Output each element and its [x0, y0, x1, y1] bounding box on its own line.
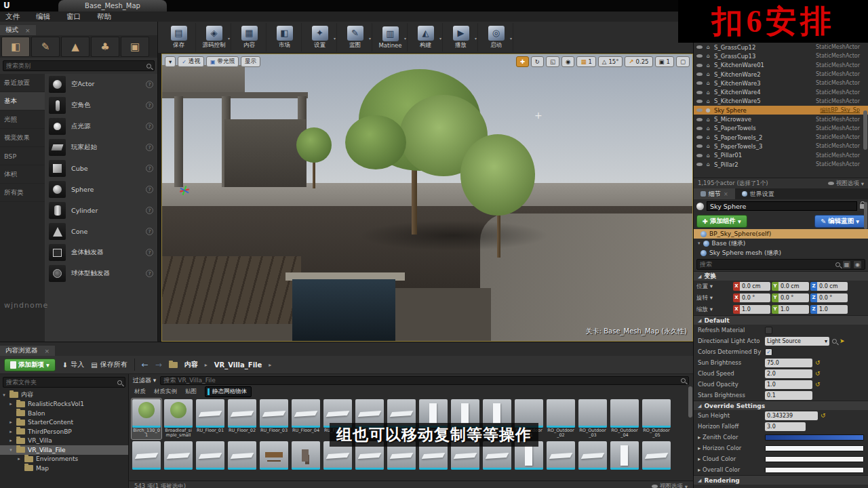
- component-row[interactable]: ▾ Base (继承): [694, 239, 868, 248]
- filter-chip[interactable]: 材质实例: [154, 388, 177, 396]
- toolbar-button[interactable]: ◈ 源码控制 ▾: [197, 23, 231, 52]
- expand-arrow-icon[interactable]: ▸: [8, 438, 14, 443]
- property-matrix-icon[interactable]: ▦: [842, 260, 851, 269]
- sun-height-field[interactable]: 0.343239: [765, 411, 818, 420]
- placement-item[interactable]: Cube: [45, 158, 157, 179]
- placement-item[interactable]: 空Actor: [45, 74, 157, 95]
- asset-tile[interactable]: RO_Outdoor_03: [578, 399, 608, 439]
- placement-item[interactable]: 球体型触发器: [45, 263, 157, 284]
- modes-search[interactable]: [3, 60, 155, 71]
- stars-brightness-field[interactable]: 0.1: [765, 391, 812, 400]
- rotate-tool-button[interactable]: ↻: [531, 56, 544, 67]
- tab-world-settings[interactable]: 世界设置: [735, 188, 781, 199]
- asset-tile[interactable]: [163, 441, 193, 472]
- cloud-opacity-field[interactable]: 1.0: [765, 380, 812, 389]
- view-options-button[interactable]: 视图选项 ▾: [652, 483, 688, 488]
- folder-row[interactable]: ▸ Environments: [0, 455, 128, 464]
- dir-light-dropdown[interactable]: Light Source▾: [765, 337, 829, 346]
- section-override[interactable]: Override Settings: [694, 401, 868, 410]
- placement-item[interactable]: 点光源: [45, 116, 157, 137]
- visibility-eye-icon[interactable]: [696, 144, 703, 148]
- expand-icon[interactable]: ▾: [698, 241, 701, 246]
- help-icon[interactable]: [146, 123, 153, 130]
- category-item[interactable]: 最近放置: [0, 74, 45, 92]
- viewport-options-button[interactable]: ▾: [165, 56, 176, 67]
- placement-item[interactable]: Sphere: [45, 179, 157, 200]
- cloud-speed-field[interactable]: 2.0: [765, 369, 812, 378]
- menu-item[interactable]: 窗口: [61, 12, 92, 22]
- actor-class[interactable]: StaticMeshActor: [816, 152, 860, 159]
- transform-label[interactable]: 旋转 ▾: [696, 294, 732, 302]
- camera-speed-button[interactable]: ▣ 1: [655, 56, 674, 67]
- grid-snap-button[interactable]: ▦1: [576, 56, 595, 67]
- asset-tile[interactable]: RU_Floor_02: [227, 399, 257, 439]
- mode-button[interactable]: ◧: [1, 37, 30, 57]
- assets-scrollbar[interactable]: [688, 386, 692, 418]
- add-component-button[interactable]: ✚ 添加组件 ▾: [696, 215, 747, 228]
- actor-class[interactable]: StaticMeshActor: [816, 143, 860, 149]
- transform-label[interactable]: 缩放 ▾: [696, 306, 732, 314]
- folder-row[interactable]: ▸ ThirdPersonBP: [0, 427, 128, 436]
- actor-class[interactable]: StaticMeshActor: [816, 80, 860, 86]
- toolbar-button[interactable]: ▦ 内容: [233, 23, 267, 52]
- filter-chip[interactable]: 贴图: [185, 388, 197, 396]
- modes-search-input[interactable]: [6, 62, 146, 69]
- actor-class[interactable]: StaticMeshActor: [816, 161, 860, 167]
- actor-name-field[interactable]: [707, 201, 857, 211]
- outliner-row[interactable]: ⌂ S_GrassCup13 StaticMeshActor: [694, 52, 868, 60]
- save-all-button[interactable]: ▤ 保存所有: [91, 360, 127, 369]
- z-value-field[interactable]: 0.0 cm: [817, 282, 848, 291]
- folder-search[interactable]: [3, 377, 125, 388]
- toolbar-button[interactable]: ▤ 保存: [162, 23, 196, 52]
- visibility-eye-icon[interactable]: [696, 54, 703, 58]
- help-icon[interactable]: [146, 228, 153, 235]
- expand-arrow-icon[interactable]: ▸: [8, 429, 14, 434]
- tab-details[interactable]: 细节×: [694, 188, 735, 199]
- details-scrollbar[interactable]: [864, 202, 867, 229]
- z-value-field[interactable]: 1.0: [817, 305, 848, 314]
- details-search-input[interactable]: [700, 261, 835, 268]
- refresh-material-checkbox[interactable]: [765, 327, 772, 334]
- visibility-eye-icon[interactable]: [696, 73, 703, 76]
- chevron-down-icon[interactable]: ▾: [404, 36, 406, 41]
- menu-item[interactable]: 文件: [0, 12, 31, 22]
- world-space-button[interactable]: ◉: [561, 56, 574, 67]
- content-browser-tab[interactable]: 内容浏览器 ×: [0, 346, 55, 356]
- y-value-field[interactable]: 0.0 °: [778, 293, 809, 302]
- outliner-row[interactable]: ⌂ S_KitchenWare5 StaticMeshActor: [694, 97, 868, 106]
- category-item[interactable]: 体积: [0, 165, 45, 184]
- view-options-button[interactable]: 视图选项 ▾: [828, 180, 864, 188]
- help-icon[interactable]: [146, 249, 153, 256]
- help-icon[interactable]: [146, 81, 153, 88]
- actor-class[interactable]: StaticMeshActor: [816, 98, 860, 104]
- asset-tile[interactable]: RU_Floor_01: [195, 399, 225, 439]
- chevron-down-icon[interactable]: ▾: [439, 36, 441, 41]
- actor-class[interactable]: StaticMeshActor: [816, 71, 860, 77]
- color-swatch[interactable]: [765, 434, 864, 441]
- outliner-row[interactable]: ⌂ S_PaperTowels_3 StaticMeshActor: [694, 142, 868, 150]
- folder-row[interactable]: Balon: [0, 409, 128, 418]
- outliner-row[interactable]: ⌂ S_KitchenWare3 StaticMeshActor: [694, 79, 868, 87]
- folder-row[interactable]: Map: [0, 464, 128, 473]
- placement-item[interactable]: 盒体触发器: [45, 242, 157, 263]
- asset-tile[interactable]: RO_Outdoor_04: [610, 399, 639, 439]
- search-icon[interactable]: [832, 339, 837, 344]
- actor-class[interactable]: StaticMeshActor: [816, 117, 860, 123]
- expand-arrow-icon[interactable]: ▸: [8, 401, 14, 407]
- scale-snap-button[interactable]: ↗0.25: [625, 56, 652, 67]
- visibility-eye-icon[interactable]: [696, 64, 703, 67]
- filters-button[interactable]: 过滤器 ▾: [133, 376, 156, 385]
- asset-tile[interactable]: Broadleaf_simple_small: [163, 399, 193, 439]
- forward-button[interactable]: →: [155, 360, 162, 369]
- mode-button[interactable]: ✎: [31, 37, 60, 57]
- folder-row[interactable]: ▸ VR_Villa: [0, 436, 128, 446]
- picker-icon[interactable]: ➤: [840, 338, 845, 344]
- add-new-button[interactable]: 添加新项 ▾: [4, 359, 56, 371]
- actor-class[interactable]: StaticMeshActor: [816, 134, 860, 140]
- section-transform[interactable]: 变换: [694, 271, 868, 281]
- sun-brightness-field[interactable]: 75.0: [765, 359, 812, 367]
- outliner-row[interactable]: ⌂ S_KitchenWare4 StaticMeshActor: [694, 87, 868, 96]
- toolbar-button[interactable]: ✦ 设置 ▾: [303, 23, 337, 52]
- angle-snap-button[interactable]: △ 15°: [598, 56, 623, 67]
- visibility-eye-icon[interactable]: [696, 154, 703, 157]
